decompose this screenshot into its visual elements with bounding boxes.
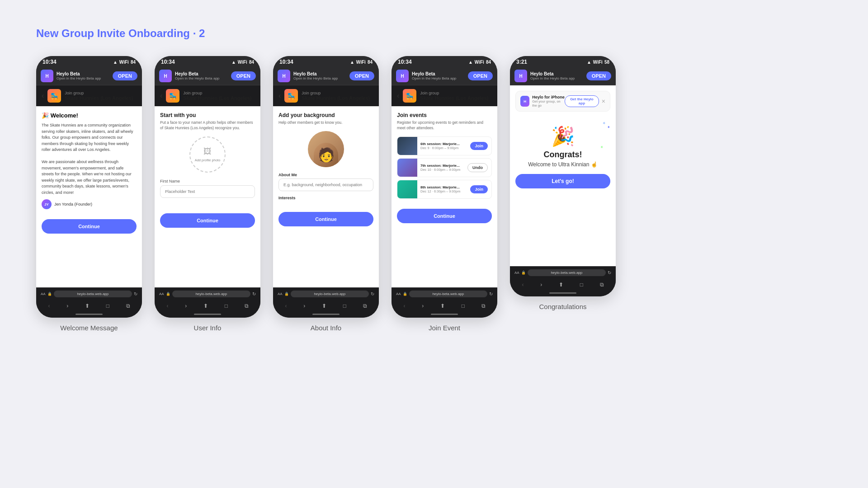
- time-4: 10:34: [398, 59, 412, 65]
- app-icon-1: H: [41, 70, 53, 82]
- browser-url-3[interactable]: heylo-beta.web.app: [291, 291, 369, 297]
- nav-book-icon-1[interactable]: □: [106, 303, 109, 309]
- group-info-3: Join group Skate Hunnies (Los Angeles): [302, 91, 370, 101]
- event-name-3: 8th session: Marjorie...: [420, 185, 467, 189]
- safari-text: Heylo for iPhone Get your group, on the …: [532, 95, 565, 108]
- lock-icon-1: 🔒: [47, 292, 52, 296]
- app-name-3: Heylo Beta: [293, 71, 338, 76]
- safari-banner: H Heylo for iPhone Get your group, on th…: [515, 91, 610, 112]
- nav-tabs-icon-5[interactable]: ⧉: [600, 282, 604, 288]
- continue-button-3[interactable]: Continue: [278, 212, 373, 226]
- nav-fwd-icon-5: ›: [540, 282, 542, 288]
- app-bar-left-4: H Heylo Beta Open in the Heylo Beta app: [396, 70, 456, 82]
- first-name-input[interactable]: [160, 185, 255, 198]
- open-button-1[interactable]: OPEN: [113, 71, 137, 80]
- browser-bar-3: AA 🔒 heylo-beta.web.app ↻: [273, 287, 379, 300]
- about-me-input[interactable]: [278, 178, 373, 191]
- browser-url-5[interactable]: heylo-beta.web.app: [528, 269, 606, 276]
- refresh-icon-5[interactable]: ↻: [608, 270, 611, 275]
- back-arrow-2[interactable]: ‹: [160, 92, 162, 100]
- nav-share-icon-2[interactable]: ⬆: [203, 303, 208, 309]
- browser-bar-2: AA 🔒 heylo-beta.web.app ↻: [155, 287, 260, 300]
- app-icon-3: H: [278, 70, 290, 82]
- home-indicator-5: [510, 291, 616, 296]
- app-bar-4: H Heylo Beta Open in the Heylo Beta app …: [392, 67, 497, 85]
- group-thumb-4: 🛼: [403, 89, 416, 103]
- open-button-5[interactable]: OPEN: [586, 71, 611, 80]
- nav-share-icon-4[interactable]: ⬆: [440, 303, 445, 309]
- screen-joinevent-wrapper: 10:34 ▲ WiFi 84 H Heylo Beta Open in the…: [392, 56, 497, 332]
- nav-tabs-icon-3[interactable]: ⧉: [363, 303, 367, 309]
- app-name-5: Heylo Beta: [530, 71, 575, 76]
- nav-tabs-icon-1[interactable]: ⧉: [126, 303, 130, 309]
- nav-share-icon-1[interactable]: ⬆: [85, 303, 90, 309]
- join-event-btn-3[interactable]: Join: [470, 185, 488, 193]
- nav-book-icon-3[interactable]: □: [343, 303, 346, 309]
- welcome-body-area: 🎉 Welcome! The Skate Hunnies are a commu…: [36, 107, 142, 215]
- lets-go-button[interactable]: Let's go!: [515, 174, 610, 188]
- lock-icon-4: 🔒: [403, 292, 407, 296]
- back-arrow-1[interactable]: ‹: [42, 92, 44, 100]
- status-icons-4: ▲ WiFi 84: [468, 60, 491, 65]
- app-bar-2: H Heylo Beta Open in the Heylo Beta app …: [155, 67, 260, 85]
- open-button-2[interactable]: OPEN: [231, 71, 256, 80]
- browser-url-1[interactable]: heylo-beta.web.app: [54, 291, 132, 297]
- browser-url-4[interactable]: heylo-beta.web.app: [409, 291, 487, 297]
- congrats-title: Congrats!: [515, 150, 610, 160]
- open-button-3[interactable]: OPEN: [349, 71, 374, 80]
- join-group-header-2: ‹ 🛼 Join group Skate Hunnies (Los Angele…: [155, 85, 260, 107]
- refresh-icon-2[interactable]: ↻: [252, 291, 256, 296]
- signal-icon-2: ▲: [231, 60, 236, 65]
- nav-share-icon-3[interactable]: ⬆: [322, 303, 326, 309]
- section-title-2: Start with you: [160, 112, 255, 118]
- nav-tabs-icon-4[interactable]: ⧉: [481, 303, 486, 309]
- continue-button-2[interactable]: Continue: [160, 213, 255, 228]
- userinfo-content: Start with you Put a face to your name! …: [155, 107, 260, 287]
- signal-icon-1: ▲: [113, 60, 118, 65]
- nav-fwd-icon-1: ›: [66, 303, 68, 309]
- refresh-icon-1[interactable]: ↻: [134, 291, 137, 296]
- screen-label-2: User Info: [194, 324, 222, 332]
- app-sub-5: Open in the Heylo Beta app: [530, 76, 575, 80]
- join-group-header-3: ‹ 🛼 Join group Skate Hunnies (Los Angele…: [273, 85, 379, 107]
- nav-book-icon-4[interactable]: □: [462, 303, 465, 309]
- nav-book-icon-2[interactable]: □: [225, 303, 228, 309]
- status-bar-4: 10:34 ▲ WiFi 84: [392, 56, 497, 67]
- join-group-header-1: ‹ 🛼 Join group Skate Hunnies (Los Angele…: [36, 85, 142, 107]
- profile-photo-display: 🧑: [308, 131, 344, 167]
- get-app-button[interactable]: Get the Heylo app: [565, 95, 599, 107]
- group-name-1: Skate Hunnies (Los Angeles): [65, 95, 133, 101]
- group-thumb-2: 🛼: [166, 89, 179, 103]
- nav-back-icon-4: ‹: [403, 303, 405, 309]
- app-name-2: Heylo Beta: [175, 71, 219, 76]
- nav-tabs-icon-2[interactable]: ⧉: [245, 303, 249, 309]
- about-area: Add your background Help other members g…: [273, 107, 379, 207]
- back-arrow-3[interactable]: ‹: [278, 92, 281, 100]
- signal-icon-5: ▲: [587, 60, 591, 65]
- open-button-4[interactable]: OPEN: [468, 71, 493, 80]
- join-event-btn-1[interactable]: Join: [470, 142, 488, 150]
- time-1: 10:34: [42, 59, 57, 65]
- browser-url-2[interactable]: heylo-beta.web.app: [172, 291, 250, 297]
- nav-book-icon-5[interactable]: □: [580, 282, 583, 288]
- sparkle-2: ✦: [607, 125, 610, 129]
- refresh-icon-3[interactable]: ↻: [371, 291, 374, 296]
- continue-button-1[interactable]: Continue: [42, 219, 137, 234]
- confetti-area: 🎉 ✦ ✦ ✦ Congrats! Welcome to Ultra Kinni…: [515, 116, 610, 193]
- continue-button-4[interactable]: Continue: [397, 209, 492, 223]
- welcome-body-text: The Skate Hunnies are a community organi…: [42, 122, 137, 196]
- event-item-3: 8th session: Marjorie... Dec 12 · 6:30pm…: [397, 180, 492, 199]
- time-2: 10:34: [161, 59, 175, 65]
- refresh-icon-4[interactable]: ↻: [489, 291, 493, 296]
- signal-icon-4: ▲: [468, 60, 473, 65]
- phone-about: 10:34 ▲ WiFi 84 H Heylo Beta Open in the…: [273, 56, 379, 318]
- founder-row: JY Jen Yonda (Founder): [42, 199, 137, 209]
- back-arrow-4[interactable]: ‹: [397, 92, 399, 100]
- add-photo-circle[interactable]: 🖼 Add profile photo: [189, 136, 226, 173]
- close-safari-icon[interactable]: ×: [602, 98, 605, 105]
- first-name-label: First Name: [160, 179, 255, 183]
- heylo-mini-icon: H: [520, 96, 529, 107]
- undo-btn-2[interactable]: Undo: [467, 163, 488, 172]
- event-date-1: Dec 9 · 6:00pm – 9:00pm: [420, 146, 467, 150]
- nav-share-icon-5[interactable]: ⬆: [559, 282, 563, 288]
